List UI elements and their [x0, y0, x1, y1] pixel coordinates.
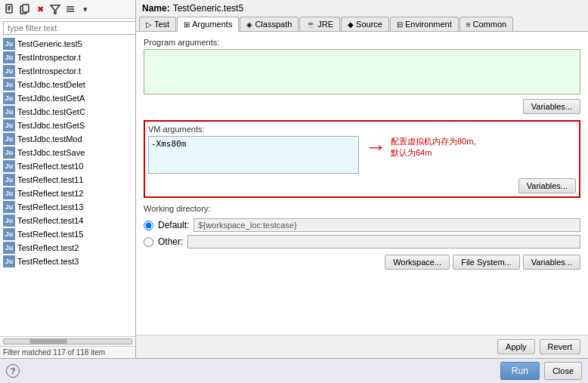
list-item-label: TestJdbc.testGetS: [17, 121, 85, 130]
tab-classpath[interactable]: ◈Classpath: [240, 17, 299, 31]
list-item[interactable]: JuTestJdbc.testGetS: [0, 119, 135, 132]
list-item[interactable]: JuTestJdbc.testGetA: [0, 91, 135, 105]
close-button[interactable]: Close: [544, 362, 582, 380]
default-radio[interactable]: [144, 221, 153, 230]
red-arrow-icon: →: [365, 137, 386, 158]
workspace-button[interactable]: Workspace...: [385, 255, 450, 270]
name-row: Name: TestGeneric.test5: [136, 0, 588, 17]
tab-common[interactable]: ≡Common: [460, 17, 513, 31]
list-container: JuTestGeneric.test5JuTestIntrospector.tJ…: [0, 37, 135, 336]
list-item-label: TestJdbc.testSave: [17, 148, 85, 157]
ju-icon: Ju: [3, 147, 15, 159]
left-panel: ✖ ▾ JuTestGeneric.test5JuTestIntrospecto…: [0, 0, 136, 358]
svg-rect-5: [23, 5, 29, 12]
collapse-icon[interactable]: [63, 2, 77, 16]
ju-icon: Ju: [3, 51, 15, 63]
list-item[interactable]: JuTestReflect.test3: [0, 255, 135, 268]
list-item[interactable]: JuTestIntrospector.t: [0, 51, 135, 64]
scrollbar-track[interactable]: [3, 338, 132, 344]
list-item[interactable]: JuTestIntrospector.t: [0, 64, 135, 78]
content-area: Program arguments: Variables... VM argum…: [136, 32, 588, 335]
delete-icon[interactable]: ✖: [33, 2, 47, 16]
new-icon[interactable]: [3, 2, 17, 16]
program-variables-button[interactable]: Variables...: [523, 99, 580, 114]
list-item[interactable]: JuTestReflect.test14: [0, 214, 135, 227]
tab-label: Classpath: [255, 20, 292, 29]
tab-environment[interactable]: ⊟Environment: [390, 17, 459, 31]
program-arguments-section: Program arguments: Variables...: [144, 38, 580, 114]
list-item[interactable]: JuTestReflect.test2: [0, 241, 135, 255]
list-item[interactable]: JuTestJdbc.testDelet: [0, 78, 135, 91]
vm-args-input[interactable]: -Xms80m: [148, 136, 359, 174]
run-button[interactable]: Run: [500, 362, 540, 380]
tab-icon: ☕: [306, 20, 315, 29]
copy-icon[interactable]: [18, 2, 32, 16]
tab-icon: ◆: [348, 20, 354, 29]
tab-jre[interactable]: ☕JRE: [299, 17, 340, 31]
menu-icon[interactable]: ▾: [79, 2, 92, 16]
filesystem-button[interactable]: File System...: [453, 255, 520, 270]
default-path-input[interactable]: [193, 218, 580, 232]
tab-icon: ▷: [146, 20, 152, 29]
program-args-label: Program arguments:: [144, 38, 580, 47]
tab-arguments[interactable]: ⊞Arguments: [177, 17, 239, 32]
list-item[interactable]: JuTestReflect.test11: [0, 173, 135, 187]
vm-variables-button[interactable]: Variables...: [518, 178, 576, 193]
filter-input[interactable]: [3, 21, 136, 35]
list-item[interactable]: JuTestReflect.test10: [0, 159, 135, 173]
other-radio[interactable]: [144, 237, 153, 247]
bottom-bar: Apply Revert: [136, 335, 588, 358]
working-directory-section: Working directory: Default: Other: Works…: [144, 204, 580, 270]
ju-icon: Ju: [3, 79, 15, 91]
list-item-label: TestReflect.test12: [17, 189, 83, 198]
tab-label: Test: [154, 20, 169, 29]
vm-arguments-section: VM arguments: -Xms80m → 配置虚拟机内存为80m, 默认为…: [144, 120, 580, 198]
list-item[interactable]: JuTestJdbc.testGetC: [0, 105, 135, 119]
list-item[interactable]: JuTestReflect.test15: [0, 227, 135, 241]
main-container: ✖ ▾ JuTestGeneric.test5JuTestIntrospecto…: [0, 0, 588, 358]
tab-icon: ≡: [466, 20, 471, 29]
list-item-label: TestReflect.test15: [17, 230, 83, 239]
ju-icon: Ju: [3, 119, 15, 131]
apply-button[interactable]: Apply: [497, 339, 535, 354]
vm-args-label: VM arguments:: [148, 125, 576, 134]
name-label: Name:: [142, 3, 170, 14]
ju-icon: Ju: [3, 92, 15, 104]
other-path-input[interactable]: [187, 235, 580, 249]
help-icon[interactable]: ?: [6, 364, 20, 378]
program-args-input[interactable]: [144, 49, 580, 94]
tab-test[interactable]: ▷Test: [139, 17, 176, 31]
list-item[interactable]: JuTestReflect.test12: [0, 187, 135, 200]
tab-icon: ⊞: [184, 20, 190, 29]
scrollbar-row: [0, 336, 135, 346]
list-item-label: TestReflect.test14: [17, 216, 83, 225]
list-item[interactable]: JuTestReflect.test13: [0, 200, 135, 214]
ju-icon: Ju: [3, 215, 15, 227]
ju-icon: Ju: [3, 133, 15, 145]
name-value: TestGeneric.test5: [173, 3, 243, 14]
ju-icon: Ju: [3, 187, 15, 199]
list-item-label: TestIntrospector.t: [17, 66, 81, 76]
revert-button[interactable]: Revert: [540, 339, 580, 354]
ju-icon: Ju: [3, 242, 15, 254]
tab-label: JRE: [317, 20, 333, 29]
footer: ? Run Close: [0, 358, 588, 383]
dir-variables-button[interactable]: Variables...: [523, 255, 580, 270]
ju-icon: Ju: [3, 201, 15, 213]
other-label: Other:: [158, 236, 183, 247]
default-label: Default:: [158, 220, 189, 230]
filter-icon[interactable]: [48, 2, 62, 16]
list-item[interactable]: JuTestJdbc.testSave: [0, 146, 135, 159]
list-item[interactable]: JuTestJdbc.testMod: [0, 132, 135, 146]
list-item[interactable]: JuTestGeneric.test5: [0, 37, 135, 51]
svg-marker-6: [51, 5, 60, 14]
default-radio-row: Default:: [144, 218, 580, 232]
ju-icon: Ju: [3, 38, 15, 50]
tab-source[interactable]: ◆Source: [341, 17, 389, 31]
arrow-annotation: → 配置虚拟机内存为80m, 默认为64m: [365, 136, 576, 159]
vm-inner: -Xms80m → 配置虚拟机内存为80m, 默认为64m: [148, 136, 576, 176]
tab-label: Source: [356, 20, 382, 29]
list-item-label: TestIntrospector.t: [17, 53, 81, 62]
list-item-label: TestReflect.test11: [17, 175, 83, 184]
tab-icon: ◈: [246, 20, 252, 29]
